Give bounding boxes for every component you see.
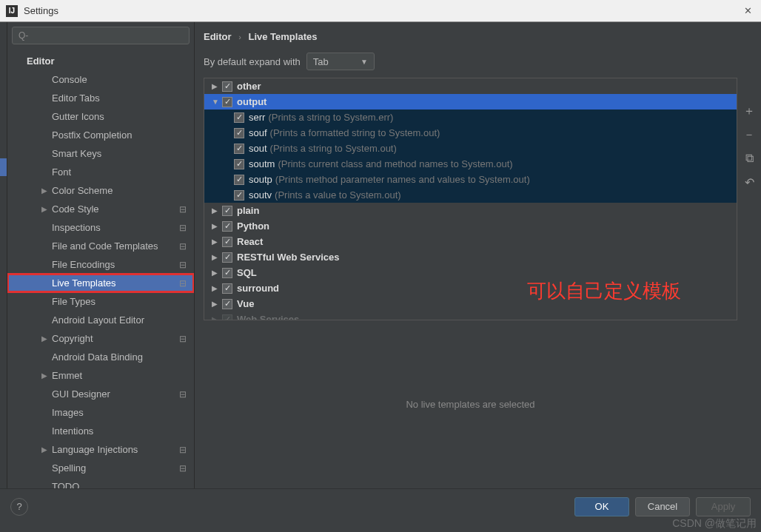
checkbox[interactable]: ✓	[222, 97, 232, 107]
add-icon[interactable]: ＋	[742, 104, 757, 118]
window-title: Settings	[24, 5, 740, 16]
sidebar-item-images[interactable]: Images	[7, 403, 194, 422]
arrow-right-icon[interactable]: ▶	[212, 300, 222, 308]
template-name: Web Services	[237, 314, 299, 320]
sidebar-item-file-types[interactable]: File Types	[7, 292, 194, 311]
template-group-restful-web-services[interactable]: ▶✓RESTful Web Services	[204, 249, 737, 265]
sidebar-item-emmet[interactable]: ▶Emmet	[7, 366, 194, 385]
sidebar-item-file-and-code-templates[interactable]: File and Code Templates⊟	[7, 237, 194, 255]
sidebar-item-code-style[interactable]: ▶Code Style⊟	[7, 200, 194, 218]
sidebar-item-font[interactable]: Font	[7, 163, 194, 181]
sidebar-item-label: Color Scheme	[52, 185, 113, 196]
template-name: RESTful Web Services	[237, 252, 339, 263]
checkbox[interactable]: ✓	[222, 283, 232, 294]
sidebar-item-android-layout-editor[interactable]: Android Layout Editor	[7, 311, 194, 329]
template-item-sout[interactable]: ✓sout(Prints a string to System.out)	[204, 141, 737, 156]
template-desc: (Prints a formatted string to System.out…	[270, 127, 440, 138]
sidebar-item-android-data-binding[interactable]: Android Data Binding	[7, 348, 194, 366]
checkbox[interactable]: ✓	[234, 190, 244, 201]
app-icon: IJ	[6, 5, 18, 17]
close-icon[interactable]: ✕	[740, 5, 755, 16]
template-desc: (Prints a string to System.err)	[268, 112, 393, 123]
template-name: plain	[237, 205, 259, 216]
template-item-soutp[interactable]: ✓soutp(Prints method parameter names and…	[204, 172, 737, 187]
sidebar-item-label: Language Injections	[52, 444, 138, 455]
sidebar-item-label: File Encodings	[52, 259, 115, 270]
template-group-web-services[interactable]: ▶✓Web Services	[204, 312, 737, 320]
checkbox[interactable]: ✓	[234, 159, 244, 169]
cancel-button[interactable]: Cancel	[635, 497, 690, 516]
sidebar-item-label: Intentions	[52, 425, 93, 437]
template-desc: (Prints a string to System.out)	[270, 143, 397, 154]
template-item-soutm[interactable]: ✓soutm(Prints current class and method n…	[204, 156, 737, 172]
expand-combo[interactable]: Tab ▼	[306, 53, 375, 70]
sidebar-item-label: Postfix Completion	[52, 129, 132, 141]
status-area: No live templates are selected	[204, 320, 737, 488]
template-group-react[interactable]: ▶✓React	[204, 234, 737, 249]
template-item-soutv[interactable]: ✓soutv(Prints a value to System.out)	[204, 187, 737, 203]
checkbox[interactable]: ✓	[222, 314, 232, 321]
checkbox[interactable]: ✓	[222, 206, 232, 216]
template-group-output[interactable]: ▼✓output	[204, 94, 737, 110]
arrow-icon: ▶	[41, 186, 52, 195]
sidebar-item-label: Smart Keys	[52, 148, 101, 159]
arrow-right-icon[interactable]: ▶	[212, 269, 222, 277]
sidebar-item-gui-designer[interactable]: GUI Designer⊟	[7, 385, 194, 403]
sidebar-item-smart-keys[interactable]: Smart Keys	[7, 144, 194, 163]
sidebar-item-inspections[interactable]: Inspections⊟	[7, 218, 194, 237]
sidebar-item-gutter-icons[interactable]: Gutter Icons	[7, 107, 194, 126]
search-input[interactable]: Q-	[12, 27, 190, 44]
template-name: other	[237, 81, 261, 92]
checkbox[interactable]: ✓	[222, 221, 232, 232]
checkbox[interactable]: ✓	[234, 144, 244, 154]
checkbox[interactable]: ✓	[234, 175, 244, 185]
settings-tree[interactable]: EditorConsoleEditor TabsGutter IconsPost…	[7, 47, 194, 488]
arrow-right-icon[interactable]: ▶	[212, 238, 222, 246]
sidebar-item-language-injections[interactable]: ▶Language Injections⊟	[7, 440, 194, 459]
sidebar-item-live-templates[interactable]: Live Templates⊟	[7, 274, 194, 292]
arrow-right-icon[interactable]: ▶	[212, 284, 222, 292]
copy-icon[interactable]: ⧉	[742, 151, 757, 166]
sidebar-item-console[interactable]: Console	[7, 70, 194, 89]
checkbox[interactable]: ✓	[222, 268, 232, 278]
breadcrumb-root: Editor	[204, 31, 232, 42]
undo-icon[interactable]: ↶	[742, 175, 757, 189]
sidebar-item-todo[interactable]: TODO	[7, 477, 194, 488]
arrow-down-icon[interactable]: ▼	[212, 98, 222, 106]
help-button[interactable]: ?	[10, 498, 28, 516]
sidebar-item-file-encodings[interactable]: File Encodings⊟	[7, 255, 194, 274]
sidebar-item-color-scheme[interactable]: ▶Color Scheme	[7, 181, 194, 200]
sidebar-item-copyright[interactable]: ▶Copyright⊟	[7, 329, 194, 348]
expand-label: By default expand with	[204, 56, 301, 67]
checkbox[interactable]: ✓	[222, 299, 232, 309]
template-group-plain[interactable]: ▶✓plain	[204, 203, 737, 218]
arrow-right-icon[interactable]: ▶	[212, 253, 222, 261]
template-name: serr	[249, 112, 265, 123]
arrow-right-icon[interactable]: ▶	[212, 315, 222, 320]
template-group-python[interactable]: ▶✓Python	[204, 218, 737, 234]
remove-icon[interactable]: －	[742, 127, 757, 142]
arrow-right-icon[interactable]: ▶	[212, 206, 222, 215]
checkbox[interactable]: ✓	[222, 237, 232, 247]
apply-button[interactable]: Apply	[696, 497, 751, 516]
sidebar-item-postfix-completion[interactable]: Postfix Completion	[7, 126, 194, 144]
sidebar-item-label: Android Data Binding	[52, 351, 143, 363]
sidebar-item-spelling[interactable]: Spelling⊟	[7, 459, 194, 477]
sidebar-item-label: Emmet	[52, 370, 82, 381]
checkbox[interactable]: ✓	[234, 128, 244, 138]
breadcrumb: Editor › Live Templates	[204, 31, 737, 42]
sidebar-header[interactable]: Editor	[7, 52, 194, 70]
template-item-souf[interactable]: ✓souf(Prints a formatted string to Syste…	[204, 125, 737, 141]
arrow-right-icon[interactable]: ▶	[212, 82, 222, 90]
sidebar-item-label: Images	[52, 407, 84, 418]
template-item-serr[interactable]: ✓serr(Prints a string to System.err)	[204, 110, 737, 125]
sidebar-item-editor-tabs[interactable]: Editor Tabs	[7, 89, 194, 107]
sidebar-item-label: Font	[52, 166, 71, 178]
template-group-other[interactable]: ▶✓other	[204, 78, 737, 94]
checkbox[interactable]: ✓	[222, 252, 232, 263]
checkbox[interactable]: ✓	[222, 81, 232, 92]
checkbox[interactable]: ✓	[234, 112, 244, 123]
arrow-right-icon[interactable]: ▶	[212, 222, 222, 230]
sidebar-item-intentions[interactable]: Intentions	[7, 422, 194, 440]
ok-button[interactable]: OK	[574, 497, 629, 516]
